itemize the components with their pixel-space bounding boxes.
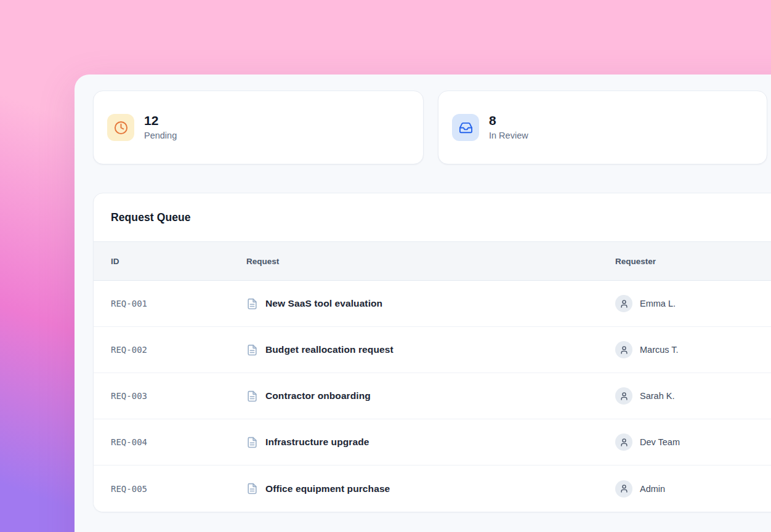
requester-name: Dev Team [640, 437, 680, 447]
request-title: Budget reallocation request [265, 344, 394, 355]
pending-count: 12 [144, 113, 177, 129]
document-icon [246, 344, 258, 356]
user-avatar-icon [615, 433, 632, 451]
stat-text: 8 In Review [489, 113, 528, 142]
user-avatar-icon [615, 387, 632, 405]
user-avatar-icon [615, 341, 632, 358]
stat-card-in-review: 8 In Review [438, 91, 767, 164]
document-icon [246, 298, 258, 310]
user-avatar-icon [615, 480, 632, 498]
request-title: New SaaS tool evaluation [265, 298, 382, 309]
request-id: REQ-002 [94, 345, 229, 355]
request-cell: Office equipment purchase [229, 483, 598, 494]
request-cell: Infrastructure upgrade [229, 437, 598, 448]
request-id: REQ-004 [94, 437, 229, 447]
request-id: REQ-003 [94, 391, 229, 401]
in-review-label: In Review [489, 129, 528, 142]
document-icon [246, 390, 258, 402]
requester-cell: Marcus T. [598, 341, 771, 358]
app-background: { "theme": { "bg_pink": "#ffbbdd", "bg_m… [0, 0, 771, 532]
requester-cell: Admin [598, 480, 771, 498]
requester-name: Admin [640, 484, 665, 494]
user-avatar-icon [615, 295, 632, 312]
requester-cell: Emma L. [598, 295, 771, 312]
table-title-row: Request Queue [94, 193, 771, 242]
clock-icon [107, 114, 134, 141]
document-icon [246, 483, 258, 494]
request-cell: Contractor onboarding [229, 390, 598, 402]
table-row[interactable]: REQ-002 Budget reallocation request Marc… [94, 327, 771, 373]
request-cell: Budget reallocation request [229, 344, 598, 356]
column-header-request: Request [229, 257, 598, 266]
stat-text: 12 Pending [144, 113, 177, 142]
table-title: Request Queue [111, 211, 191, 224]
table-header-row: ID Request Requester [94, 242, 771, 281]
stat-card-pending: 12 Pending [93, 91, 424, 164]
column-header-requester: Requester [598, 257, 771, 266]
table-row[interactable]: REQ-004 Infrastructure upgrade Dev Team [94, 419, 771, 465]
document-icon [246, 437, 258, 448]
table-row[interactable]: REQ-003 Contractor onboarding Sarah K. [94, 373, 771, 419]
requester-name: Marcus T. [640, 345, 679, 355]
request-id: REQ-005 [94, 484, 229, 494]
inbox-icon [452, 114, 479, 141]
in-review-count: 8 [489, 113, 528, 129]
request-title: Infrastructure upgrade [265, 437, 369, 448]
requester-name: Emma L. [640, 299, 676, 308]
request-title: Contractor onboarding [265, 390, 371, 401]
requester-cell: Sarah K. [598, 387, 771, 405]
pending-label: Pending [144, 129, 177, 142]
request-queue-card: Request Queue ID Request Requester REQ-0… [93, 193, 771, 512]
content-panel: 12 Pending 8 In Review Request Queue ID … [75, 75, 771, 532]
column-header-id: ID [94, 257, 229, 266]
table-row[interactable]: REQ-001 New SaaS tool evaluation Emma L. [94, 281, 771, 327]
requester-cell: Dev Team [598, 433, 771, 451]
request-id: REQ-001 [94, 299, 229, 308]
request-cell: New SaaS tool evaluation [229, 298, 598, 310]
stats-row: 12 Pending 8 In Review [93, 91, 771, 164]
requester-name: Sarah K. [640, 391, 674, 401]
table-row[interactable]: REQ-005 Office equipment purchase Admin [94, 465, 771, 512]
request-title: Office equipment purchase [265, 483, 390, 494]
